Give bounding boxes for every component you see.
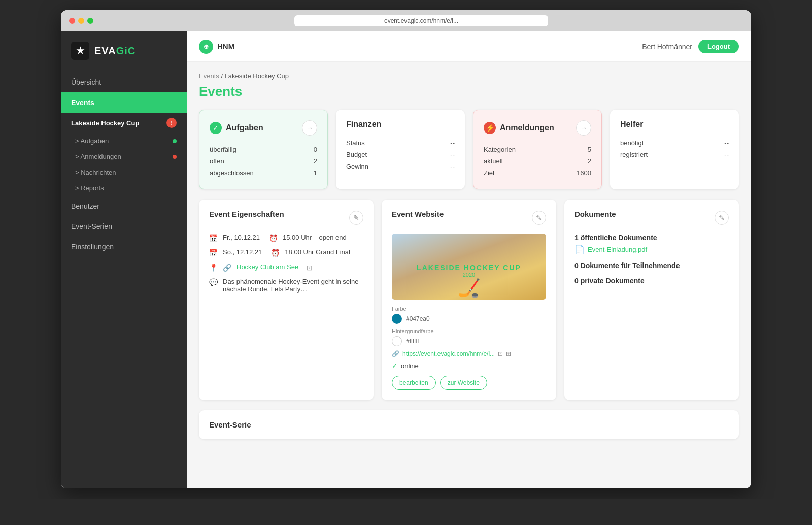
anmeldungen-row-1: aktuell 2 [484,155,591,167]
color-swatch [392,314,402,324]
copy2-icon: ⊞ [506,350,511,357]
finanzen-card-header: Finanzen [346,120,455,129]
anmeldungen-row-0: Kategorien 5 [484,144,591,155]
aufgaben-icon: ✓ [210,122,222,134]
helfer-row-0: benötigt -- [620,137,729,149]
dokumente-card: Dokumente ✎ 1 öffentliche Dokumente 📄 Ev… [564,200,739,400]
description-row: 💬 Das phänomenale Hockey-Event geht in s… [209,278,363,293]
event-eigenschaften-title: Event Eigenschaften [209,210,284,218]
browser-dot-green[interactable] [87,18,93,24]
anmeldungen-row-2: Ziel 1600 [484,167,591,179]
public-doc-count: 1 öffentliche Dokumente [574,234,729,242]
aufgaben-dot [173,139,177,143]
finanzen-title: Finanzen [346,120,381,129]
online-check-icon: ✓ [392,362,398,370]
doc-icon: 📄 [574,245,585,254]
clock2-icon: ⏰ [271,249,280,257]
sidebar-item-events[interactable]: Events [61,92,187,113]
helfer-card: Helfer benötigt -- registriert -- [610,110,739,189]
location-icon: 📍 [209,264,218,272]
logo: ★ EVAGiC [61,31,187,72]
aufgaben-arrow-button[interactable]: → [302,120,317,136]
url-link-icon: 🔗 [392,350,399,357]
bg-color-hex: #ffffff [406,338,419,345]
org-name: HNM [217,42,234,51]
sidebar-item-uebersicht[interactable]: Übersicht [61,72,187,92]
browser-toolbar: event.evagic.com/hnm/e/l... [61,10,751,31]
event-eigenschaften-card: Event Eigenschaften ✎ 📅 Fr., 10.12.21 ⏰ … [199,200,374,400]
location-row: 📍 🔗 Hockey Club am See ⊡ [209,263,363,272]
finanzen-row-0: Status -- [346,137,455,149]
sidebar-item-einstellungen[interactable]: Einstellungen [61,237,187,257]
topbar-org: ⊕ HNM [199,40,234,54]
public-doc-link[interactable]: 📄 Event-Einladung.pdf [574,245,729,254]
teilnehmer-doc-count: 0 Dokumente für Teilnehmende [574,261,729,270]
calendar2-icon: 📅 [209,249,218,257]
event-serie-title: Event-Serie [209,420,729,429]
page-title: Events [199,84,739,100]
sidebar-event-title[interactable]: Lakeside Hockey Cup ! [61,113,187,133]
event-website-card: Event Website ✎ LAKESIDE HOCKEY CUP 2020… [382,200,556,400]
dokumente-header: Dokumente ✎ [574,210,729,225]
anmeldungen-card: ⚡ Anmeldungen → Kategorien 5 aktuell 2 [473,110,602,189]
finanzen-card: Finanzen Status -- Budget -- Gewinn -- [336,110,465,189]
aufgaben-row-0: überfällig 0 [210,144,317,155]
location-link[interactable]: Hockey Club am See [236,263,298,271]
top-cards-grid: ✓ Aufgaben → überfällig 0 offen 2 [199,110,739,189]
sidebar-item-aufgaben[interactable]: > Aufgaben [61,133,187,149]
event-website-header: Event Website ✎ [392,210,546,225]
breadcrumb: Events / Lakeside Hockey Cup [199,72,739,80]
bearbeiten-button[interactable]: bearbeiten [392,376,436,390]
bg-color-label: Hintergrundfarbe [392,328,546,334]
event-website-title: Event Website [392,210,444,218]
link-icon: 🔗 [223,264,231,272]
online-badge: ✓ online [392,362,546,370]
event-serie-card: Event-Serie [199,410,739,439]
finanzen-row-1: Budget -- [346,149,455,160]
anmeldungen-dot [173,155,177,159]
website-preview: LAKESIDE HOCKEY CUP 2020 🏒 [392,234,546,300]
page-content: Events / Lakeside Hockey Cup Events ✓ Au… [187,62,751,488]
aufgaben-card: ✓ Aufgaben → überfällig 0 offen 2 [199,110,328,189]
browser-dot-red[interactable] [69,18,75,24]
zur-website-button[interactable]: zur Website [440,376,487,390]
main-content: ⊕ HNM Bert Hofmänner Logout Events / Lak… [187,31,751,488]
website-url-link[interactable]: https://event.evagic.com/hnm/e/l... [402,350,495,357]
bg-color-row: #ffffff [392,336,546,346]
event-eigenschaften-edit-button[interactable]: ✎ [349,211,363,225]
sidebar-item-event-serien[interactable]: Event-Serien [61,216,187,237]
text-icon: 💬 [209,278,218,286]
url-bar[interactable]: event.evagic.com/hnm/e/l... [294,15,548,26]
helfer-card-header: Helfer [620,120,729,129]
private-doc-count: 0 private Dokumente [574,277,729,285]
bg-color-swatch [392,336,402,346]
topbar: ⊕ HNM Bert Hofmänner Logout [187,31,751,62]
preview-title: LAKESIDE HOCKEY CUP [417,264,521,272]
sidebar-item-anmeldungen[interactable]: > Anmeldungen [61,149,187,165]
finanzen-row-2: Gewinn -- [346,160,455,172]
anmeldungen-arrow-button[interactable]: → [576,120,591,136]
sidebar-item-nachrichten[interactable]: > Nachrichten [61,165,187,180]
sidebar-item-reports[interactable]: > Reports [61,180,187,196]
browser-dot-yellow[interactable] [78,18,84,24]
logo-icon: ★ [71,42,89,60]
aufgaben-row-1: offen 2 [210,155,317,167]
aufgaben-row-2: abgeschlossen 1 [210,167,317,179]
anmeldungen-title: Anmeldungen [500,123,554,133]
sidebar-item-benutzer[interactable]: Benutzer [61,196,187,216]
date1-row: 📅 Fr., 10.12.21 ⏰ 15.00 Uhr – open end [209,234,363,242]
website-action-buttons: bearbeiten zur Website [392,376,546,390]
topbar-user: Bert Hofmänner Logout [642,40,739,53]
date2-row: 📅 So., 12.12.21 ⏰ 18.00 Uhr Grand Final [209,248,363,257]
user-name: Bert Hofmänner [642,43,692,51]
dokumente-title: Dokumente [574,210,616,218]
logout-button[interactable]: Logout [698,40,739,53]
color-label: Farbe [392,306,546,312]
event-badge: ! [166,118,177,128]
url-row: 🔗 https://event.evagic.com/hnm/e/l... ⊡ … [392,350,546,357]
color-hex: #047ea0 [406,315,430,322]
copy-icon: ⊡ [307,264,313,272]
dokumente-edit-button[interactable]: ✎ [715,211,729,225]
anmeldungen-card-header: ⚡ Anmeldungen → [484,120,591,136]
event-website-edit-button[interactable]: ✎ [532,211,546,225]
